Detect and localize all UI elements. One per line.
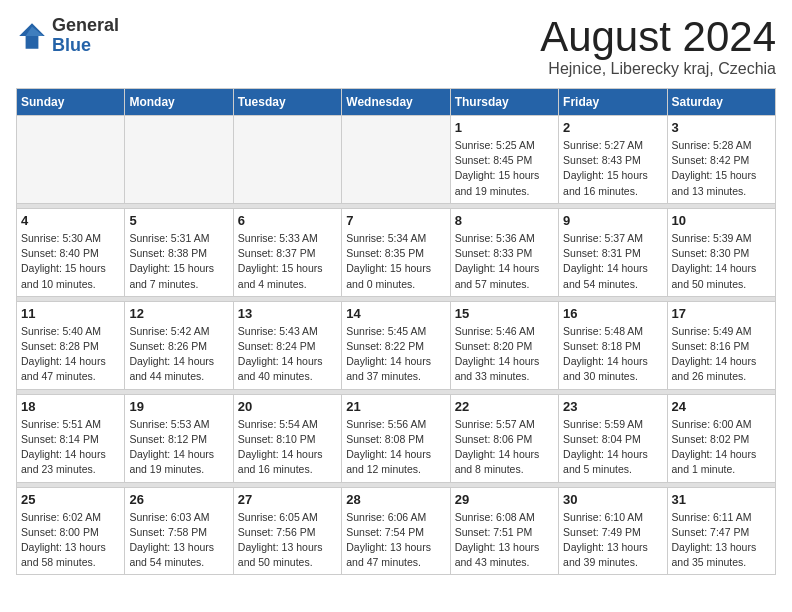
- calendar-cell: 29Sunrise: 6:08 AMSunset: 7:51 PMDayligh…: [450, 487, 558, 575]
- col-wednesday: Wednesday: [342, 89, 450, 116]
- calendar-cell: 18Sunrise: 5:51 AMSunset: 8:14 PMDayligh…: [17, 394, 125, 482]
- day-info: Sunrise: 5:56 AMSunset: 8:08 PMDaylight:…: [346, 417, 445, 478]
- day-number: 14: [346, 306, 445, 321]
- day-number: 11: [21, 306, 120, 321]
- day-info: Sunrise: 5:51 AMSunset: 8:14 PMDaylight:…: [21, 417, 120, 478]
- day-info: Sunrise: 5:39 AMSunset: 8:30 PMDaylight:…: [672, 231, 771, 292]
- day-info: Sunrise: 6:03 AMSunset: 7:58 PMDaylight:…: [129, 510, 228, 571]
- calendar-week-2: 4Sunrise: 5:30 AMSunset: 8:40 PMDaylight…: [17, 208, 776, 296]
- day-number: 29: [455, 492, 554, 507]
- page-header: General Blue August 2024 Hejnice, Libere…: [16, 16, 776, 78]
- col-saturday: Saturday: [667, 89, 775, 116]
- calendar-cell: 10Sunrise: 5:39 AMSunset: 8:30 PMDayligh…: [667, 208, 775, 296]
- calendar-cell: 6Sunrise: 5:33 AMSunset: 8:37 PMDaylight…: [233, 208, 341, 296]
- day-info: Sunrise: 5:53 AMSunset: 8:12 PMDaylight:…: [129, 417, 228, 478]
- day-number: 19: [129, 399, 228, 414]
- logo-general: General: [52, 16, 119, 36]
- calendar-cell: 12Sunrise: 5:42 AMSunset: 8:26 PMDayligh…: [125, 301, 233, 389]
- col-monday: Monday: [125, 89, 233, 116]
- calendar-cell: 9Sunrise: 5:37 AMSunset: 8:31 PMDaylight…: [559, 208, 667, 296]
- day-info: Sunrise: 5:40 AMSunset: 8:28 PMDaylight:…: [21, 324, 120, 385]
- day-info: Sunrise: 5:59 AMSunset: 8:04 PMDaylight:…: [563, 417, 662, 478]
- day-info: Sunrise: 5:54 AMSunset: 8:10 PMDaylight:…: [238, 417, 337, 478]
- day-number: 23: [563, 399, 662, 414]
- day-info: Sunrise: 5:57 AMSunset: 8:06 PMDaylight:…: [455, 417, 554, 478]
- day-info: Sunrise: 5:48 AMSunset: 8:18 PMDaylight:…: [563, 324, 662, 385]
- col-tuesday: Tuesday: [233, 89, 341, 116]
- day-info: Sunrise: 6:08 AMSunset: 7:51 PMDaylight:…: [455, 510, 554, 571]
- day-info: Sunrise: 5:42 AMSunset: 8:26 PMDaylight:…: [129, 324, 228, 385]
- calendar-cell: 2Sunrise: 5:27 AMSunset: 8:43 PMDaylight…: [559, 116, 667, 204]
- calendar-cell: 19Sunrise: 5:53 AMSunset: 8:12 PMDayligh…: [125, 394, 233, 482]
- calendar-cell: 20Sunrise: 5:54 AMSunset: 8:10 PMDayligh…: [233, 394, 341, 482]
- day-number: 22: [455, 399, 554, 414]
- calendar-cell: 22Sunrise: 5:57 AMSunset: 8:06 PMDayligh…: [450, 394, 558, 482]
- day-info: Sunrise: 6:02 AMSunset: 8:00 PMDaylight:…: [21, 510, 120, 571]
- calendar-cell: 11Sunrise: 5:40 AMSunset: 8:28 PMDayligh…: [17, 301, 125, 389]
- calendar-cell: 4Sunrise: 5:30 AMSunset: 8:40 PMDaylight…: [17, 208, 125, 296]
- calendar-table: Sunday Monday Tuesday Wednesday Thursday…: [16, 88, 776, 575]
- day-info: Sunrise: 5:34 AMSunset: 8:35 PMDaylight:…: [346, 231, 445, 292]
- day-info: Sunrise: 5:31 AMSunset: 8:38 PMDaylight:…: [129, 231, 228, 292]
- calendar-cell: 14Sunrise: 5:45 AMSunset: 8:22 PMDayligh…: [342, 301, 450, 389]
- day-number: 21: [346, 399, 445, 414]
- calendar-cell: [233, 116, 341, 204]
- calendar-cell: 3Sunrise: 5:28 AMSunset: 8:42 PMDaylight…: [667, 116, 775, 204]
- day-number: 2: [563, 120, 662, 135]
- day-info: Sunrise: 5:45 AMSunset: 8:22 PMDaylight:…: [346, 324, 445, 385]
- calendar-cell: 17Sunrise: 5:49 AMSunset: 8:16 PMDayligh…: [667, 301, 775, 389]
- header-row: Sunday Monday Tuesday Wednesday Thursday…: [17, 89, 776, 116]
- calendar-cell: 30Sunrise: 6:10 AMSunset: 7:49 PMDayligh…: [559, 487, 667, 575]
- day-info: Sunrise: 5:27 AMSunset: 8:43 PMDaylight:…: [563, 138, 662, 199]
- day-info: Sunrise: 5:33 AMSunset: 8:37 PMDaylight:…: [238, 231, 337, 292]
- calendar-cell: [342, 116, 450, 204]
- col-sunday: Sunday: [17, 89, 125, 116]
- calendar-week-3: 11Sunrise: 5:40 AMSunset: 8:28 PMDayligh…: [17, 301, 776, 389]
- day-number: 26: [129, 492, 228, 507]
- day-number: 1: [455, 120, 554, 135]
- day-info: Sunrise: 5:36 AMSunset: 8:33 PMDaylight:…: [455, 231, 554, 292]
- day-number: 15: [455, 306, 554, 321]
- calendar-cell: 8Sunrise: 5:36 AMSunset: 8:33 PMDaylight…: [450, 208, 558, 296]
- day-number: 24: [672, 399, 771, 414]
- day-info: Sunrise: 6:11 AMSunset: 7:47 PMDaylight:…: [672, 510, 771, 571]
- day-number: 27: [238, 492, 337, 507]
- day-number: 16: [563, 306, 662, 321]
- day-info: Sunrise: 5:46 AMSunset: 8:20 PMDaylight:…: [455, 324, 554, 385]
- day-number: 20: [238, 399, 337, 414]
- day-number: 3: [672, 120, 771, 135]
- calendar-cell: 7Sunrise: 5:34 AMSunset: 8:35 PMDaylight…: [342, 208, 450, 296]
- col-thursday: Thursday: [450, 89, 558, 116]
- day-number: 18: [21, 399, 120, 414]
- logo-icon: [16, 20, 48, 52]
- calendar-cell: 15Sunrise: 5:46 AMSunset: 8:20 PMDayligh…: [450, 301, 558, 389]
- day-number: 25: [21, 492, 120, 507]
- calendar-cell: 5Sunrise: 5:31 AMSunset: 8:38 PMDaylight…: [125, 208, 233, 296]
- day-number: 13: [238, 306, 337, 321]
- day-info: Sunrise: 5:25 AMSunset: 8:45 PMDaylight:…: [455, 138, 554, 199]
- day-number: 31: [672, 492, 771, 507]
- day-info: Sunrise: 5:49 AMSunset: 8:16 PMDaylight:…: [672, 324, 771, 385]
- calendar-cell: 26Sunrise: 6:03 AMSunset: 7:58 PMDayligh…: [125, 487, 233, 575]
- day-number: 17: [672, 306, 771, 321]
- calendar-week-5: 25Sunrise: 6:02 AMSunset: 8:00 PMDayligh…: [17, 487, 776, 575]
- calendar-cell: 16Sunrise: 5:48 AMSunset: 8:18 PMDayligh…: [559, 301, 667, 389]
- logo-blue: Blue: [52, 36, 119, 56]
- calendar-cell: 27Sunrise: 6:05 AMSunset: 7:56 PMDayligh…: [233, 487, 341, 575]
- calendar-body: 1Sunrise: 5:25 AMSunset: 8:45 PMDaylight…: [17, 116, 776, 575]
- day-number: 10: [672, 213, 771, 228]
- day-info: Sunrise: 6:06 AMSunset: 7:54 PMDaylight:…: [346, 510, 445, 571]
- calendar-cell: 21Sunrise: 5:56 AMSunset: 8:08 PMDayligh…: [342, 394, 450, 482]
- day-number: 5: [129, 213, 228, 228]
- day-number: 8: [455, 213, 554, 228]
- day-info: Sunrise: 6:05 AMSunset: 7:56 PMDaylight:…: [238, 510, 337, 571]
- day-info: Sunrise: 5:37 AMSunset: 8:31 PMDaylight:…: [563, 231, 662, 292]
- day-number: 28: [346, 492, 445, 507]
- title-section: August 2024 Hejnice, Liberecky kraj, Cze…: [540, 16, 776, 78]
- day-info: Sunrise: 6:10 AMSunset: 7:49 PMDaylight:…: [563, 510, 662, 571]
- month-title: August 2024: [540, 16, 776, 58]
- logo-text: General Blue: [52, 16, 119, 56]
- calendar-cell: 23Sunrise: 5:59 AMSunset: 8:04 PMDayligh…: [559, 394, 667, 482]
- location: Hejnice, Liberecky kraj, Czechia: [540, 60, 776, 78]
- day-number: 6: [238, 213, 337, 228]
